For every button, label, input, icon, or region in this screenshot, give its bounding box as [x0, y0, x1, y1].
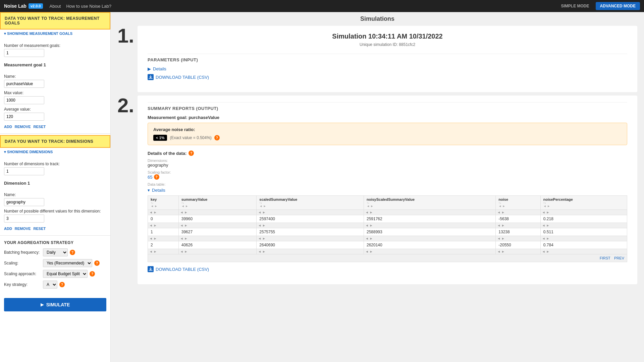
- main-layout: DATA YOU WANT TO TRACK: MEASUREMENT GOAL…: [0, 12, 644, 362]
- goal1-max-label: Max value:: [4, 90, 106, 95]
- step2-number: 2.: [111, 92, 138, 116]
- table-row: 24062626406902620140-205500.784: [148, 241, 627, 249]
- cell-r0-c2: 2597400: [257, 215, 364, 223]
- dim1-possible-label: Number of possible different values for …: [4, 209, 106, 214]
- cell-r2-c0: 2: [148, 241, 179, 249]
- params-details-toggle[interactable]: ▶ Details: [148, 66, 627, 71]
- summary-title: SUMMARY REPORTS (OUTPUT): [148, 102, 627, 111]
- goal1-name-input[interactable]: [4, 80, 44, 88]
- num-dims-input[interactable]: [4, 167, 44, 175]
- data-details: Details of the data: ? Dimensions: geogr…: [148, 150, 627, 272]
- add-goal-link[interactable]: ADD: [4, 125, 12, 129]
- download-csv-link[interactable]: DOWNLOAD TABLE (CSV): [148, 74, 627, 80]
- scaling-factor-help-icon[interactable]: ?: [154, 174, 159, 180]
- about-link[interactable]: About: [50, 4, 61, 9]
- simple-mode-button[interactable]: SIMPLE MODE: [557, 2, 594, 10]
- show-hide-dims-link[interactable]: ▾ SHOW/HIDE DIMENSIONS: [0, 148, 110, 156]
- batch-label: Batching frequency:: [4, 250, 41, 255]
- cell-r1-c2: 2575755: [257, 228, 364, 236]
- remove-dim-link[interactable]: REMOVE: [15, 227, 31, 231]
- reset-goal-link[interactable]: RESET: [34, 125, 46, 129]
- prev-page-btn[interactable]: PREV: [614, 256, 624, 260]
- scaling-help-icon[interactable]: ?: [94, 260, 100, 266]
- first-page-btn[interactable]: FIRST: [600, 256, 610, 260]
- scaling-select[interactable]: Yes (Recommended) No: [43, 259, 92, 267]
- simulate-button[interactable]: ▶ SIMULATE: [4, 298, 106, 311]
- goal1-avg-label: Average value:: [4, 107, 106, 112]
- dim1-name-label: Name:: [4, 192, 106, 197]
- dim1-possible-input[interactable]: [4, 215, 44, 223]
- cell-r1-c1: 39627: [178, 228, 257, 236]
- goal-action-links: ADD REMOVE RESET: [0, 123, 110, 132]
- scaling-row: Scaling: Yes (Recommended) No ?: [4, 259, 106, 267]
- goal1-title: Measurement goal 1: [0, 60, 110, 69]
- cell-r0-c4: -5638: [496, 215, 541, 223]
- bottom-download: DOWNLOAD TABLE (CSV): [148, 266, 627, 272]
- simulation-container: Simulation 10:34:11 AM 10/31/2022 Unique…: [138, 26, 637, 92]
- scaling-factor-value: 65 ?: [148, 174, 627, 180]
- key-strategy-help-icon[interactable]: ?: [59, 282, 65, 287]
- advanced-mode-button[interactable]: ADVANCED MODE: [596, 2, 640, 10]
- table-body: 03996025974002591762-56380.218◄ ►◄ ►◄ ►◄…: [148, 215, 627, 254]
- data-table: key ↑↓ ◄ ► summaryValue ↑↓ ◄ ►: [148, 195, 627, 262]
- avg-noise-label: Average noise ratio:: [153, 127, 622, 132]
- scaling-approach-help-icon[interactable]: ?: [90, 271, 95, 277]
- download-csv-icon: [148, 74, 154, 80]
- goal-title: Measurement goal: purchaseValue: [148, 115, 627, 120]
- cell-r2-c5: 0.784: [540, 241, 627, 249]
- dim1-name-input[interactable]: [4, 198, 44, 206]
- num-goals-input[interactable]: [4, 49, 44, 57]
- key-strategy-select[interactable]: A B: [43, 281, 57, 289]
- noise-ratio-value: < 1% (Exact value = 0.504%) ?: [153, 135, 622, 141]
- noise-badge: < 1%: [153, 135, 167, 141]
- top-nav: Noise Lab v2.0.0 About How to use Noise …: [0, 0, 644, 12]
- cell-r0-c0: 0: [148, 215, 179, 223]
- section1-header: DATA YOU WANT TO TRACK: MEASUREMENT GOAL…: [0, 12, 110, 29]
- play-icon: ▶: [41, 302, 44, 307]
- col-key: key ↑↓ ◄ ►: [148, 196, 179, 210]
- data-table-label: Data table:: [148, 182, 627, 186]
- table-header-row: key ↑↓ ◄ ► summaryValue ↑↓ ◄ ►: [148, 196, 627, 210]
- dim-action-links: ADD REMOVE RESET: [0, 225, 110, 234]
- col-noise-pct: noisePercentage ↑↓ ◄ ►: [540, 196, 627, 210]
- download-csv-bottom-link[interactable]: DOWNLOAD TABLE (CSV): [148, 266, 627, 272]
- dim1-fields: Name: Number of possible different value…: [0, 187, 110, 225]
- dims-section: Number of dimensions to track:: [0, 156, 110, 178]
- scaling-factor-label: Scaling factor:: [148, 170, 627, 174]
- scaling-label: Scaling:: [4, 261, 41, 265]
- batch-help-icon[interactable]: ?: [70, 250, 75, 255]
- how-to-link[interactable]: How to use Noise Lab?: [66, 4, 111, 9]
- dimensions-value: geography: [148, 163, 627, 168]
- remove-goal-link[interactable]: REMOVE: [15, 125, 31, 129]
- dimensions-label: Dimensions:: [148, 159, 627, 163]
- right-panel: Simulations 1. Simulation 10:34:11 AM 10…: [111, 12, 644, 362]
- scaling-approach-select[interactable]: Equal Budget Split Custom: [43, 270, 88, 278]
- show-hide-goals-link[interactable]: ▾ SHOW/HIDE MEASUREMENT GOALS: [0, 29, 110, 38]
- agg-title: YOUR AGGREGATION STRATEGY: [4, 240, 106, 245]
- key-strategy-row: Key strategy: A B ?: [4, 281, 106, 289]
- cell-r2-c1: 40626: [178, 241, 257, 249]
- dim1-title: Dimension 1: [0, 178, 110, 187]
- version-badge: v2.0.0: [29, 3, 43, 9]
- goals-section: Number of measurement goals:: [0, 38, 110, 60]
- reset-dim-link[interactable]: RESET: [34, 227, 46, 231]
- cell-r0-c3: 2591762: [364, 215, 496, 223]
- cell-r0-c1: 39960: [178, 215, 257, 223]
- table-nav-row-bottom: FIRST PREV: [148, 254, 627, 262]
- cell-r1-c4: 13238: [496, 228, 541, 236]
- table-details-toggle[interactable]: ▾ Details: [148, 188, 627, 193]
- sim-id: Unique simulation ID: 8851cfc2: [148, 42, 627, 47]
- left-panel: DATA YOU WANT TO TRACK: MEASUREMENT GOAL…: [0, 12, 111, 362]
- download-csv-bottom-icon: [148, 266, 154, 272]
- goal1-avg-input[interactable]: [4, 113, 44, 121]
- goal1-max-input[interactable]: [4, 96, 44, 104]
- cell-r0-c5: 0.218: [540, 215, 627, 223]
- table-nav-row: ◄ ►◄ ►◄ ►◄ ►◄ ►◄ ►: [148, 223, 627, 228]
- num-goals-label: Number of measurement goals:: [4, 43, 106, 48]
- details-help-icon[interactable]: ?: [189, 150, 194, 156]
- noise-help-icon[interactable]: ?: [214, 135, 220, 140]
- batch-select[interactable]: Daily Weekly: [43, 248, 68, 256]
- add-dim-link[interactable]: ADD: [4, 227, 12, 231]
- col-scaled-summary: scaledSummaryValue ↑↓ ◄ ►: [257, 196, 364, 210]
- goal1-name-label: Name:: [4, 74, 106, 79]
